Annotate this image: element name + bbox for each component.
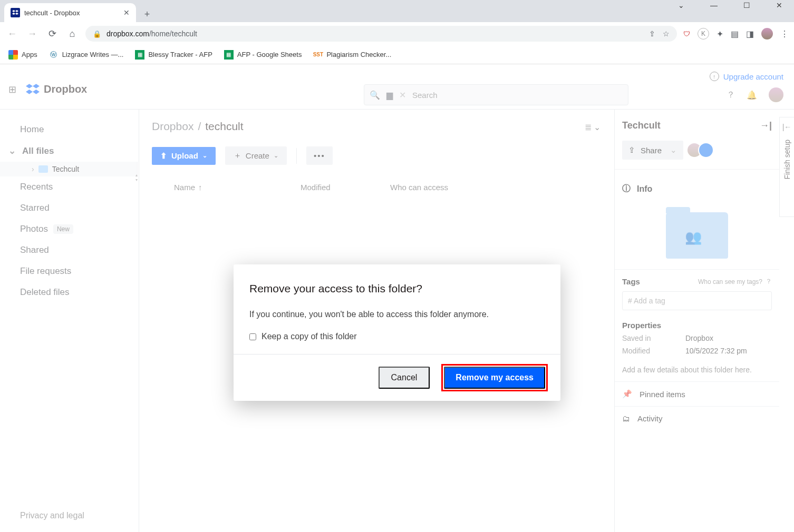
url-host: dropbox.com xyxy=(106,29,149,38)
remove-access-modal: Remove your access to this folder? If yo… xyxy=(234,264,560,401)
bookmark-lizgrace[interactable]: ⓦLizgrace Writes —... xyxy=(49,50,124,60)
sst-icon: SST xyxy=(313,50,323,60)
home-icon[interactable]: ⌂ xyxy=(65,28,79,40)
share-page-icon[interactable]: ⇪ xyxy=(649,29,655,38)
window-controls: ⌄ — ☐ ✕ xyxy=(671,1,790,9)
bookmark-plagiarism[interactable]: SSTPlagiarism Checker... xyxy=(313,50,391,60)
profile-avatar-icon[interactable] xyxy=(761,28,773,40)
profile-badge-icon[interactable]: K xyxy=(698,28,709,40)
nav-forward-icon[interactable]: → xyxy=(25,28,39,40)
highlight-box: Remove my access xyxy=(441,364,548,391)
side-panel-icon[interactable]: ◨ xyxy=(746,29,754,39)
bookmark-apps[interactable]: Apps xyxy=(8,50,37,60)
remove-access-button[interactable]: Remove my access xyxy=(444,367,545,389)
bookmark-blessy[interactable]: ▦Blessy Tracker - AFP xyxy=(135,50,212,60)
keep-copy-input[interactable] xyxy=(249,333,256,340)
keep-copy-checkbox[interactable]: Keep a copy of this folder xyxy=(249,332,545,341)
reading-list-icon[interactable]: ▤ xyxy=(731,29,739,39)
dropbox-favicon-icon xyxy=(11,8,20,17)
browser-chrome: ⌄ — ☐ ✕ techcult - Dropbox ✕ + ← → ⟳ ⌂ 🔒… xyxy=(0,0,794,64)
tab-title: techcult - Dropbox xyxy=(24,9,80,17)
extensions-icon[interactable]: ✦ xyxy=(716,29,723,39)
new-tab-button[interactable]: + xyxy=(139,6,155,22)
sheets-icon: ▦ xyxy=(135,50,144,60)
caret-down-icon[interactable]: ⌄ xyxy=(671,1,692,9)
modal-title: Remove your access to this folder? xyxy=(249,282,545,295)
close-window-icon[interactable]: ✕ xyxy=(769,1,790,9)
bookmarks-bar: Apps ⓦLizgrace Writes —... ▦Blessy Track… xyxy=(0,45,794,64)
cancel-button[interactable]: Cancel xyxy=(379,367,430,389)
lock-icon: 🔒 xyxy=(93,30,101,38)
modal-description: If you continue, you won't be able to ac… xyxy=(249,310,545,319)
modal-backdrop: Remove your access to this folder? If yo… xyxy=(0,64,794,532)
bookmark-star-icon[interactable]: ☆ xyxy=(663,29,670,38)
reload-icon[interactable]: ⟳ xyxy=(45,28,59,40)
apps-grid-icon xyxy=(8,50,18,60)
mcafee-icon[interactable]: 🛡 xyxy=(683,30,690,38)
tab-close-icon[interactable]: ✕ xyxy=(123,8,130,17)
wordpress-icon: ⓦ xyxy=(49,50,59,60)
sheets-icon: ▦ xyxy=(224,50,234,60)
bookmark-afp[interactable]: ▦AFP - Google Sheets xyxy=(224,50,302,60)
browser-tab[interactable]: techcult - Dropbox ✕ xyxy=(4,3,136,22)
url-path: /home/techcult xyxy=(149,29,197,38)
address-bar[interactable]: 🔒 dropbox.com/home/techcult ⇪ ☆ xyxy=(85,26,677,42)
chrome-menu-icon[interactable]: ⋮ xyxy=(780,29,789,39)
nav-back-icon[interactable]: ← xyxy=(5,28,19,40)
maximize-icon[interactable]: ☐ xyxy=(736,1,757,9)
minimize-icon[interactable]: — xyxy=(703,1,724,9)
